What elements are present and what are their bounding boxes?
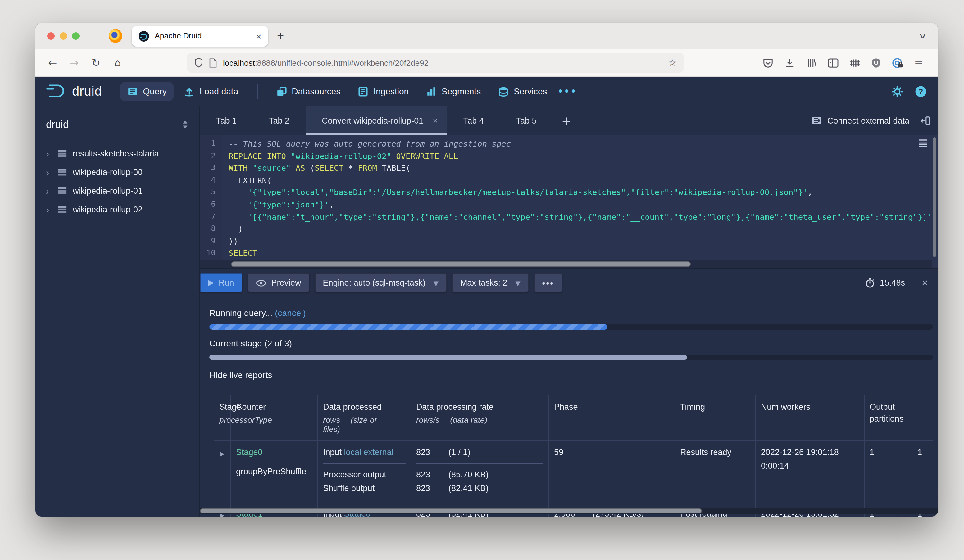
- tree-item-wikipedia-rollup-02[interactable]: ›wikipedia-rollup-02: [46, 200, 191, 219]
- ellipsis-icon: •••: [542, 278, 554, 288]
- tab-list-chevron-icon[interactable]: ∨: [918, 32, 927, 41]
- editor-vertical-scrollbar[interactable]: [933, 137, 936, 257]
- tree-item-wikipedia-rollup-00[interactable]: ›wikipedia-rollup-00: [46, 163, 191, 181]
- header-right-actions: ?: [891, 85, 927, 97]
- query-tab-label: Tab 2: [269, 116, 290, 125]
- preview-button[interactable]: Preview: [248, 273, 309, 292]
- nav-item-label: Load data: [200, 86, 239, 96]
- close-browser-tab-icon[interactable]: ×: [256, 31, 262, 41]
- tree-item-results-sketches-talaria[interactable]: ›results-sketches-talaria: [46, 144, 191, 163]
- editor-horizontal-scrollbar-track: [200, 260, 932, 268]
- hide-live-reports-link[interactable]: Hide live reports: [209, 370, 933, 380]
- query-tab-tab-1[interactable]: Tab 1: [200, 106, 253, 135]
- forward-button[interactable]: →: [64, 57, 85, 69]
- line-number: 8: [200, 223, 222, 235]
- app-menu-icon: ≡: [914, 57, 923, 68]
- rate-cell: 59: [549, 441, 675, 502]
- bookmark-star-icon[interactable]: ☆: [668, 57, 676, 68]
- editor-menu-icon[interactable]: [918, 139, 927, 147]
- more-options-button[interactable]: •••: [534, 273, 562, 292]
- minimize-window-button[interactable]: [60, 32, 67, 40]
- table-icon: [58, 167, 67, 177]
- nav-more-button[interactable]: •••: [557, 82, 578, 100]
- browser-tab[interactable]: Apache Druid ×: [132, 26, 268, 46]
- max-tasks-select[interactable]: Max tasks: 2 ▼: [452, 273, 529, 292]
- sort-icon[interactable]: [179, 118, 191, 130]
- query-tab-tab-2[interactable]: Tab 2: [253, 106, 306, 135]
- query-tab-tab-5[interactable]: Tab 5: [500, 106, 553, 135]
- url-bar[interactable]: localhost:8888/unified-console.html#work…: [187, 53, 684, 73]
- pocket-button[interactable]: [763, 57, 773, 68]
- expand-row-button[interactable]: ▶: [214, 441, 231, 502]
- live-reports-table: StageprocessorTypeCounterData processedr…: [214, 396, 933, 516]
- nav-item-ingestion[interactable]: Ingestion: [350, 82, 416, 101]
- ublock-icon: [871, 57, 881, 68]
- cancel-link[interactable]: (cancel): [275, 308, 306, 318]
- nav-item-segments[interactable]: Segments: [418, 82, 488, 101]
- sidebar-button[interactable]: [828, 58, 839, 67]
- nav-item-datasources[interactable]: Datasources: [269, 82, 348, 101]
- extensions-button[interactable]: [850, 58, 860, 67]
- query-tab-tab-4[interactable]: Tab 4: [447, 106, 500, 135]
- query-tab-convert-wikipedia-rollup-01[interactable]: Convert wikipedia-rollup-01×: [306, 106, 447, 135]
- counter-cell: Input local externalProcessor outputShuf…: [318, 441, 411, 502]
- ublock-button[interactable]: [871, 57, 881, 68]
- druid-console: druid QueryLoad dataDatasourcesIngestion…: [36, 77, 938, 516]
- editor-gutter: 1234567891011: [200, 135, 222, 268]
- sql-editor[interactable]: 1234567891011 -- This SQL query was auto…: [200, 135, 938, 269]
- code-line: REPLACE INTO "wikipedia-rollup-02" OVERW…: [229, 150, 938, 162]
- stage-name[interactable]: Stage0: [236, 446, 313, 459]
- nav-item-label: Services: [514, 86, 547, 96]
- app-body: druid ›results-sketches-talaria›wikipedi…: [36, 106, 938, 516]
- library-button[interactable]: [806, 57, 817, 68]
- code-line: '[{"name":"t_hour","type":"string"},{"na…: [229, 211, 938, 223]
- timing-value: 2022-12-26 19:01:18: [761, 446, 859, 459]
- shield-icon[interactable]: [194, 58, 203, 68]
- gear-icon[interactable]: [891, 85, 903, 97]
- engine-select[interactable]: Engine: auto (sql-msq-task) ▼: [315, 273, 446, 292]
- app-menu-button[interactable]: ≡: [914, 57, 923, 68]
- run-button[interactable]: Run: [200, 273, 242, 292]
- close-results-icon[interactable]: ×: [922, 277, 928, 289]
- new-query-tab-button[interactable]: +: [562, 114, 572, 127]
- table-icon: [58, 149, 67, 158]
- page-info-icon[interactable]: [209, 58, 217, 67]
- url-path: :8888/unified-console.html#workbench/20f…: [255, 58, 428, 67]
- tree-item-label: wikipedia-rollup-02: [73, 205, 143, 214]
- close-window-button[interactable]: [47, 32, 55, 40]
- new-browser-tab-button[interactable]: +: [277, 29, 284, 43]
- running-status: Running query... (cancel): [209, 308, 933, 318]
- run-bar: Run Preview Engine: auto (sql-msq-task) …: [200, 269, 938, 297]
- connect-external-data-button[interactable]: Connect external data: [812, 115, 909, 125]
- close-tab-icon[interactable]: ×: [433, 115, 438, 125]
- counter-value: 823(82.41 KB): [416, 482, 544, 495]
- collapse-panel-button[interactable]: [920, 116, 930, 125]
- column-header-data-processed: Data processedrows(size or files): [318, 396, 411, 440]
- engine-select-label: Engine: auto (sql-msq-task): [323, 278, 425, 287]
- query-status-panel: Running query... (cancel) Current stage …: [200, 297, 938, 516]
- column-title: Counter: [236, 401, 313, 413]
- reload-button[interactable]: ↻: [85, 57, 107, 69]
- tree-item-wikipedia-rollup-01[interactable]: ›wikipedia-rollup-01: [46, 181, 191, 200]
- zoom-window-button[interactable]: [72, 32, 80, 40]
- nav-item-services[interactable]: Services: [491, 82, 554, 101]
- counter-link[interactable]: local external: [344, 448, 394, 457]
- timing-cell: 2022-12-26 19:01:180:00:14: [756, 441, 865, 502]
- line-number: 9: [200, 235, 222, 247]
- home-button[interactable]: ⌂: [107, 57, 129, 69]
- nav-item-query[interactable]: Query: [120, 82, 174, 101]
- max-tasks-label: Max tasks: 2: [460, 278, 508, 287]
- onepassword-button[interactable]: [892, 57, 903, 68]
- counter-value: 823(1 / 1): [416, 446, 544, 464]
- help-icon[interactable]: ?: [915, 85, 927, 97]
- running-label: Running query...: [209, 308, 272, 318]
- workers-value: 1: [870, 446, 907, 459]
- editor-horizontal-scrollbar[interactable]: [231, 261, 691, 267]
- back-button[interactable]: ←: [42, 57, 64, 69]
- download-button[interactable]: [785, 57, 795, 68]
- report-horizontal-scrollbar[interactable]: [200, 508, 702, 513]
- column-header-data-processing-rate: Data processing raterows/s(data rate): [411, 396, 549, 440]
- nav-item-load-data[interactable]: Load data: [177, 82, 246, 101]
- extensions-icon: [850, 58, 860, 67]
- chevron-right-icon: ›: [46, 167, 52, 177]
